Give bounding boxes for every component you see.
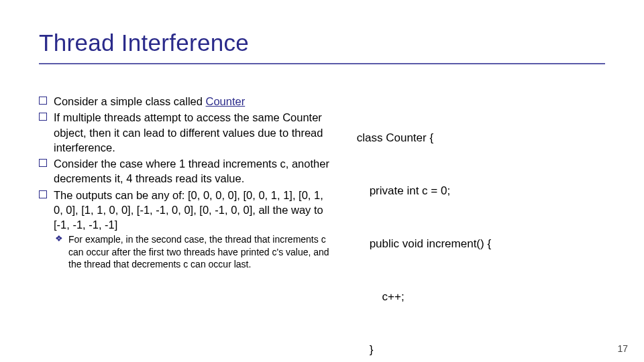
page-number: 17 <box>617 343 628 354</box>
code-line: private int c = 0; <box>357 182 605 200</box>
sub-bullet-text: For example, in the second case, the thr… <box>68 234 329 269</box>
content-row: Consider a simple class called Counter I… <box>39 94 605 362</box>
bullet-text: The outputs can be any of: [0, 0, 0, 0],… <box>54 189 323 231</box>
bullet-text: Consider the case where 1 thread increme… <box>54 158 329 184</box>
slide: Thread Interference Consider a simple cl… <box>0 0 644 362</box>
bullet-column: Consider a simple class called Counter I… <box>39 94 333 362</box>
bullet-text: If multiple threads attempt to access th… <box>54 111 323 154</box>
bullet-list: Consider a simple class called Counter I… <box>39 94 333 270</box>
page-title: Thread Interference <box>39 29 605 64</box>
bullet-item: If multiple threads attempt to access th… <box>39 110 333 155</box>
counter-link[interactable]: Counter <box>206 95 246 107</box>
sub-bullet-list: For example, in the second case, the thr… <box>54 233 333 270</box>
code-line: class Counter { <box>357 129 605 147</box>
bullet-text: Consider a simple class called <box>54 95 206 107</box>
code-line: c++; <box>357 288 605 306</box>
sub-bullet-item: For example, in the second case, the thr… <box>54 233 333 270</box>
bullet-item: The outputs can be any of: [0, 0, 0, 0],… <box>39 188 333 270</box>
code-line: public void increment() { <box>357 235 605 253</box>
code-line: } <box>357 341 605 359</box>
code-column: class Counter { private int c = 0; publi… <box>357 94 605 362</box>
bullet-item: Consider a simple class called Counter <box>39 94 333 109</box>
bullet-item: Consider the case where 1 thread increme… <box>39 156 333 186</box>
